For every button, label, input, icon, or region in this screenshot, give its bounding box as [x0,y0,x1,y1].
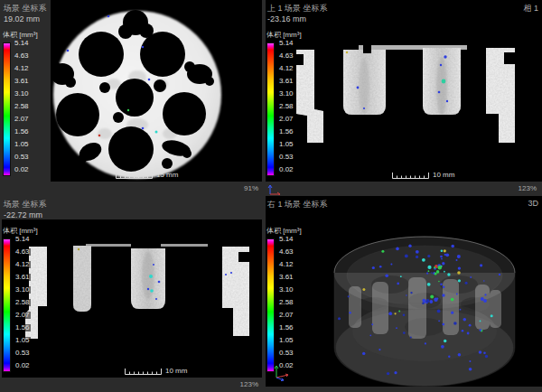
top-slice-image [51,0,262,182]
scale-tick: 1.05 [14,141,29,148]
volume-scale: 体积 [mm³] 5.144.634.123.613.102.582.071.5… [3,226,51,372]
scale-tick: 1.56 [14,128,29,135]
scale-tick: 2.07 [14,312,31,319]
colorbar[interactable] [3,238,11,372]
scale-tick: 1.56 [14,324,31,331]
view-caption: 场景 坐标系 [4,3,47,14]
volume-scale: 体积 [mm³] 5.144.634.123.613.102.582.071.5… [266,30,315,176]
scale-tick: 4.12 [278,65,294,72]
ruler-icon [125,367,163,375]
view-statusbar [0,378,264,392]
scale-tick: 5.14 [14,40,29,47]
scale-tick: 3.10 [278,90,294,98]
scale-tick: 4.63 [14,248,31,256]
view-type-label: 相 1 [523,3,538,14]
scale-tick: 4.12 [14,65,29,72]
view-top-slice: 场景 坐标系 19.02 mm 体积 [mm³] 5.144.634.123.6… [0,0,264,196]
scale-tick: 4.63 [278,248,294,256]
scale-tick: 2.58 [278,103,294,110]
slice-canvas[interactable] [51,0,262,182]
ruler-label: 10 mm [433,171,454,179]
view-caption: 右 1 场景 坐标系 [267,199,328,210]
zoom-percentage: 91% [244,184,258,192]
scale-tick: 3.61 [14,274,31,281]
view-caption: 上 1 场景 坐标系 [267,3,328,14]
scale-tick: 3.10 [278,286,294,294]
colorbar[interactable] [266,238,275,372]
scale-tick: 2.07 [278,116,294,123]
scale-tick: 4.12 [14,261,31,268]
scale-ticks: 5.144.634.123.613.102.582.071.561.050.53… [278,236,294,369]
scale-ruler: 15 mm [116,171,178,179]
scale-tick: 0.53 [278,350,294,357]
scale-tick: 2.58 [278,299,294,306]
scale-tick: 3.61 [278,274,294,281]
view-statusbar [0,182,264,196]
scale-tick: 2.07 [278,312,294,319]
scale-tick: 2.07 [14,116,29,123]
ruler-label: 10 mm [165,367,187,375]
scale-ticks: 5.144.634.123.613.102.582.071.561.050.53… [14,236,31,369]
scale-tick: 5.14 [14,236,31,243]
slice-position: -22.72 mm [4,210,42,219]
zoom-percentage: 123% [240,380,258,388]
scale-tick: 0.02 [14,166,29,173]
scale-tick: 4.63 [278,52,294,60]
ruler-icon [392,171,430,179]
scale-tick: 4.63 [14,52,29,60]
view-type-label: 3D [528,199,538,208]
ruler-icon [116,171,154,179]
volume-scale: 体积 [mm³] 5.144.634.123.613.102.582.071.5… [266,226,315,372]
scale-ruler: 10 mm [125,367,187,375]
scale-tick: 3.10 [14,90,29,98]
scale-tick: 3.61 [278,78,294,85]
scale-ticks: 5.144.634.123.613.102.582.071.561.050.53… [14,40,29,173]
slice-position: 19.02 mm [4,14,40,23]
scale-tick: 2.58 [14,299,31,306]
scale-tick: 0.53 [14,154,29,161]
ct-analysis-workspace: 场景 坐标系 19.02 mm 体积 [mm³] 5.144.634.123.6… [0,0,542,392]
scale-ruler: 10 mm [392,171,454,179]
scale-tick: 0.02 [14,362,31,369]
scale-tick: 1.05 [14,337,31,344]
scale-tick: 1.05 [278,337,294,344]
scale-tick: 1.05 [278,141,294,148]
slice-position: -23.16 mm [267,14,306,23]
zoom-percentage: 123% [519,184,537,192]
scale-tick: 5.14 [278,236,294,243]
scale-tick: 5.14 [278,40,294,47]
axis-triad-3d-icon [271,361,293,381]
view-statusbar [264,182,542,196]
scale-tick: 1.56 [278,128,294,135]
scale-tick: 3.61 [14,78,29,85]
volume-scale: 体积 [mm³] 5.144.634.123.613.102.582.071.5… [3,30,51,176]
view-3d: 右 1 场景 坐标系 3D 体积 [mm³] 5.144.634.123.613… [264,196,542,392]
view-side-slice: 场景 坐标系 -22.72 mm [0,196,264,392]
scale-tick: 2.58 [14,103,29,110]
scale-tick: 0.53 [278,154,294,161]
view-front-slice: 上 1 场景 坐标系 相 1 -23.16 mm 体积 [mm³] 5.144.… [264,0,542,196]
colorbar[interactable] [266,42,275,176]
scale-tick: 4.12 [278,261,294,268]
axis-triad-icon [267,182,282,195]
scale-tick: 1.56 [278,324,294,331]
scale-tick: 3.10 [14,286,31,294]
scale-tick: 0.02 [278,166,294,173]
ruler-label: 15 mm [156,171,178,179]
view-caption: 场景 坐标系 [4,199,47,210]
colorbar[interactable] [3,42,11,176]
scale-tick: 0.53 [14,350,31,357]
scale-ticks: 5.144.634.123.613.102.582.071.561.050.53… [278,40,294,173]
